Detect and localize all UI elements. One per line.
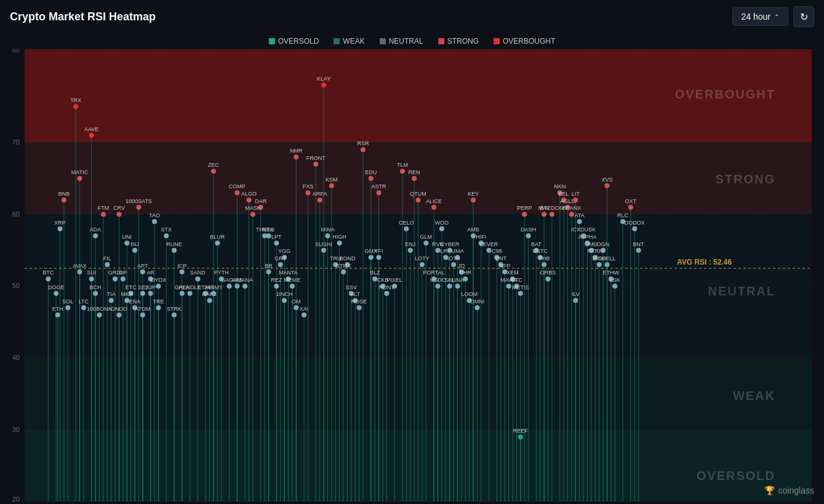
svg-point-22	[93, 233, 98, 238]
y-label-40: 40	[12, 354, 20, 361]
svg-text:BEL: BEL	[559, 191, 569, 197]
svg-text:XEM: XEM	[506, 270, 519, 276]
svg-point-154	[211, 169, 216, 174]
svg-text:BTCDOM: BTCDOM	[540, 205, 564, 211]
svg-text:KSM: KSM	[326, 177, 338, 183]
svg-point-271	[384, 291, 389, 296]
svg-point-202	[302, 313, 306, 318]
svg-text:FTM: FTM	[98, 205, 110, 211]
svg-text:CRV: CRV	[113, 205, 125, 211]
svg-text:PERP: PERP	[517, 205, 532, 211]
svg-text:C98: C98	[492, 248, 502, 254]
svg-text:NTRN: NTRN	[588, 248, 603, 254]
svg-text:ADA: ADA	[90, 226, 102, 233]
svg-text:DOGE: DOGE	[48, 284, 65, 290]
strong-zone-label: STRONG	[715, 172, 775, 186]
svg-text:XVS: XVS	[601, 177, 612, 183]
svg-text:MANTA: MANTA	[279, 270, 298, 276]
svg-point-448	[604, 183, 609, 188]
legend-weak: WEAK	[334, 37, 364, 46]
svg-text:ICXDUSK: ICXDUSK	[571, 226, 596, 233]
legend-strong: STRONG	[438, 37, 479, 46]
svg-point-37	[113, 276, 118, 281]
svg-point-262	[377, 255, 382, 260]
svg-point-166	[250, 212, 255, 217]
strong-color	[438, 38, 444, 44]
svg-point-214	[318, 198, 322, 202]
svg-point-436	[601, 248, 606, 253]
svg-point-151	[215, 241, 220, 246]
svg-text:OMG: OMG	[585, 241, 598, 247]
svg-text:COMP: COMP	[229, 183, 246, 190]
svg-point-175	[274, 241, 279, 246]
svg-point-124	[140, 313, 145, 318]
svg-point-130	[207, 298, 212, 303]
svg-text:LOOM: LOOM	[461, 291, 478, 297]
svg-point-31	[89, 276, 94, 281]
timeframe-button[interactable]: 24 hour ⌃	[732, 7, 788, 26]
svg-point-190	[274, 284, 279, 289]
svg-text:LOTY: LOTY	[415, 255, 430, 262]
svg-point-25	[46, 276, 50, 281]
svg-text:KEY: KEY	[468, 191, 479, 197]
svg-text:MAVIA: MAVIA	[500, 277, 517, 283]
svg-text:OMNI: OMNI	[470, 298, 485, 305]
svg-text:INJ: INJ	[130, 241, 139, 247]
svg-point-331	[447, 284, 452, 289]
svg-point-64	[93, 291, 98, 296]
svg-point-418	[577, 219, 582, 224]
svg-text:STX: STX	[161, 226, 172, 233]
svg-text:SSV: SSV	[346, 284, 357, 290]
svg-text:RLC: RLC	[617, 212, 629, 218]
svg-point-379	[526, 233, 531, 238]
svg-text:AVAX: AVAX	[73, 263, 87, 269]
svg-point-7	[62, 198, 66, 202]
svg-point-160	[247, 198, 252, 202]
svg-point-373	[506, 284, 511, 289]
svg-text:ENA: ENA	[129, 298, 141, 305]
neutral-label: NEUTRAL	[389, 37, 423, 46]
svg-point-10	[78, 176, 82, 181]
svg-text:OGN: OGN	[597, 241, 610, 247]
svg-text:STRK: STRK	[167, 306, 182, 312]
svg-point-148	[242, 284, 247, 289]
svg-point-79	[172, 248, 177, 253]
svg-text:ETC: ETC	[126, 284, 137, 290]
svg-text:1INCH: 1INCH	[276, 291, 293, 297]
svg-text:1000SATS: 1000SATS	[126, 198, 152, 204]
svg-point-103	[188, 291, 193, 296]
svg-text:REZ: REZ	[271, 277, 282, 283]
svg-point-415	[569, 212, 574, 217]
svg-point-451	[628, 205, 633, 210]
svg-point-16	[101, 212, 106, 217]
svg-text:DASH: DASH	[521, 226, 536, 233]
svg-point-346	[471, 233, 476, 238]
y-label-20: 20	[12, 495, 20, 502]
svg-point-307	[423, 241, 428, 246]
svg-text:HIGH: HIGH	[332, 234, 346, 240]
svg-text:ZEC: ZEC	[208, 162, 220, 168]
svg-text:NKN: NKN	[554, 183, 566, 190]
svg-text:THETA: THETA	[256, 226, 274, 233]
svg-point-139	[195, 276, 200, 281]
svg-text:TRX: TRX	[70, 97, 81, 103]
svg-text:NFP: NFP	[499, 263, 510, 269]
svg-text:UMA: UMA	[451, 248, 463, 254]
svg-text:LSK: LSK	[610, 277, 620, 283]
svg-point-208	[313, 162, 318, 167]
svg-point-67	[109, 298, 114, 303]
svg-point-58	[152, 219, 157, 224]
svg-point-52	[121, 276, 126, 281]
svg-text:ALPHA: ALPHA	[578, 234, 597, 240]
refresh-button[interactable]: ↻	[793, 6, 814, 27]
oversold-label: OVERSOLD	[278, 37, 319, 46]
coinglass-branding: 🏆 coinglass	[764, 486, 814, 495]
weak-label: WEAK	[343, 37, 364, 46]
svg-text:AAVE: AAVE	[84, 126, 98, 132]
svg-text:MASK: MASK	[245, 205, 261, 211]
svg-point-445	[612, 284, 617, 289]
svg-point-283	[416, 198, 421, 202]
overbought-label: OVERBOUGHT	[503, 37, 555, 46]
svg-text:ASTR: ASTR	[372, 183, 387, 190]
y-label-80: 80	[12, 49, 20, 54]
